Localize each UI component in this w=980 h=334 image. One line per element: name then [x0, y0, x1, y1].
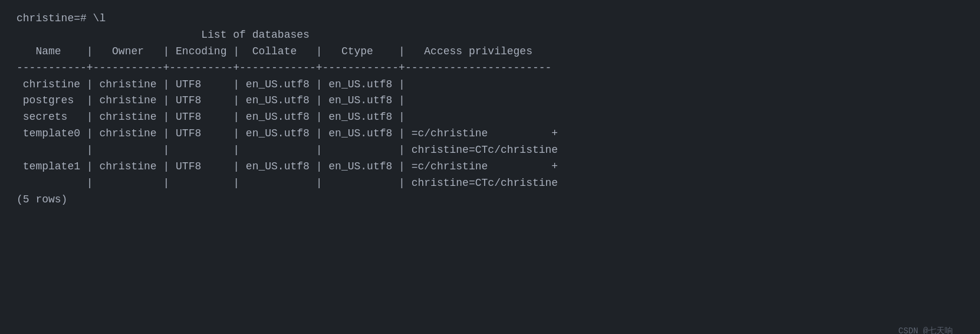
- table-footer: (5 rows): [17, 192, 963, 208]
- table-row: template1 | christine | UTF8 | en_US.utf…: [17, 159, 963, 175]
- table-row: | | | | | christine=CTc/christine: [17, 175, 963, 192]
- table-row: template0 | christine | UTF8 | en_US.utf…: [17, 126, 963, 142]
- terminal-window: christine=# \l List of databases Name | …: [17, 11, 963, 334]
- table-row: | | | | | christine=CTc/christine: [17, 142, 963, 159]
- table-row: secrets | christine | UTF8 | en_US.utf8 …: [17, 109, 963, 126]
- watermark: CSDN @七天响: [899, 326, 953, 334]
- table-separator: -----------+-----------+----------+-----…: [17, 60, 963, 77]
- table-row: postgres | christine | UTF8 | en_US.utf8…: [17, 93, 963, 109]
- table-title: List of databases: [17, 27, 963, 44]
- command-line: christine=# \l: [17, 11, 963, 27]
- table-rows: christine | christine | UTF8 | en_US.utf…: [17, 77, 963, 192]
- table-header: Name | Owner | Encoding | Collate | Ctyp…: [17, 44, 963, 60]
- table-row: christine | christine | UTF8 | en_US.utf…: [17, 77, 963, 93]
